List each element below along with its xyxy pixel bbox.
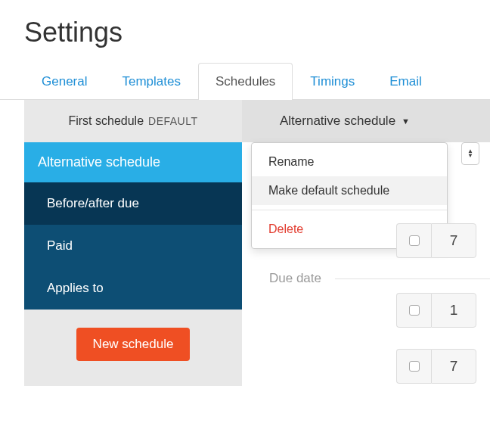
schedule-tab-first-label: First schedule <box>68 114 144 128</box>
tabs: General Templates Schedules Timings Emai… <box>0 62 490 100</box>
tab-timings[interactable]: Timings <box>293 63 372 100</box>
schedule-row: 7 <box>269 347 490 386</box>
content: First schedule DEFAULT Alternative sched… <box>0 100 490 386</box>
row-value[interactable]: 1 <box>431 293 476 328</box>
page-title: Settings <box>0 0 490 62</box>
tab-schedules[interactable]: Schedules <box>198 63 293 100</box>
due-date-text: Due date <box>269 271 321 286</box>
sidebar: First schedule DEFAULT Alternative sched… <box>24 100 242 386</box>
tab-templates[interactable]: Templates <box>104 63 197 100</box>
new-schedule-wrap: New schedule <box>24 310 242 382</box>
checkbox-cell[interactable] <box>396 223 431 258</box>
row-value[interactable]: 7 <box>431 349 476 384</box>
schedule-selector-tabs: First schedule DEFAULT <box>24 100 242 142</box>
new-schedule-button[interactable]: New schedule <box>76 328 191 361</box>
due-date-divider <box>335 278 490 279</box>
row-checkbox[interactable] <box>409 361 420 372</box>
schedule-tab-first[interactable]: First schedule DEFAULT <box>24 100 242 142</box>
default-badge: DEFAULT <box>148 115 197 127</box>
tab-email[interactable]: Email <box>372 63 439 100</box>
nav-list: Alternative schedule Before/after due Pa… <box>24 142 242 310</box>
form-area: 7 Due date 1 7 <box>242 142 490 386</box>
nav-item-applies-to[interactable]: Applies to <box>24 267 242 310</box>
row-value[interactable]: 7 <box>431 223 476 258</box>
nav-item-paid[interactable]: Paid <box>24 225 242 267</box>
due-date-label: Due date <box>269 266 490 291</box>
checkbox-cell[interactable] <box>396 293 431 328</box>
main-panel: Alternative schedule ▼ ▲ ▼ Rename Make d… <box>242 100 490 386</box>
schedule-row: 7 <box>269 221 490 260</box>
rows-before-due: 7 <box>269 221 490 260</box>
nav-item-before-after[interactable]: Before/after due <box>24 182 242 225</box>
alternative-schedule-label: Alternative schedule <box>280 114 395 129</box>
schedule-row: 1 <box>269 291 490 330</box>
caret-down-icon: ▼ <box>402 117 410 126</box>
row-checkbox[interactable] <box>409 305 420 316</box>
checkbox-cell[interactable] <box>396 349 431 384</box>
tab-general[interactable]: General <box>24 63 104 100</box>
alternative-schedule-dropdown-toggle[interactable]: Alternative schedule ▼ <box>242 100 490 142</box>
nav-header-alternative[interactable]: Alternative schedule <box>24 142 242 182</box>
row-checkbox[interactable] <box>409 235 420 246</box>
